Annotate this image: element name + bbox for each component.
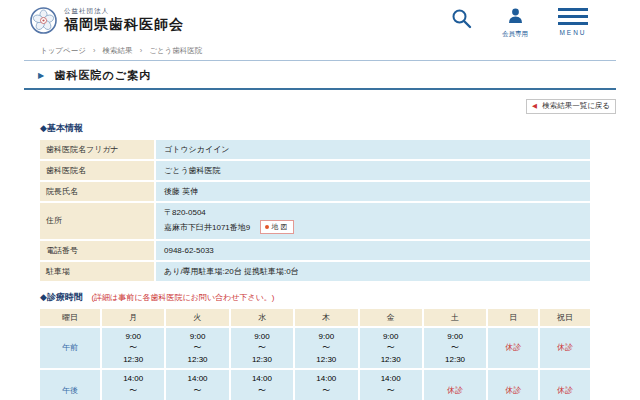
hours-pm-row: 午後 14:00〜19:00 14:00〜18:00 14:00〜19:00 1… [40, 370, 590, 400]
table-row: 歯科医院名フリガナ ゴトウシカイイン [40, 140, 590, 159]
hours-cell: 9:00〜12:30 [360, 328, 422, 369]
row-label: 住所 [40, 203, 154, 239]
hours-cell: 9:00〜12:30 [424, 328, 486, 369]
table-row: 駐車場 あり/専用駐車場:20台 提携駐車場:0台 [40, 262, 590, 281]
column-header: 水 [231, 309, 293, 326]
member-label: 会員専用 [502, 30, 528, 39]
hours-cell: 9:00〜12:30 [102, 328, 164, 369]
hours-cell-closed: 休診 [540, 370, 590, 400]
back-to-results-label: 検索結果一覧に戻る [542, 101, 610, 110]
hours-cell-closed: 休診 [424, 370, 486, 400]
hours-cell: 9:00〜12:30 [295, 328, 357, 369]
org-logo-icon [30, 7, 57, 34]
breadcrumb: トップページ › 検索結果 › ごとう歯科医院 [40, 46, 640, 56]
site-header: 公益社団法人 福岡県歯科医師会 会員専用 MENU [0, 0, 640, 44]
row-value: 0948-62-5033 [156, 241, 590, 260]
column-header: 月 [102, 309, 164, 326]
row-label: 駐車場 [40, 262, 154, 281]
org-type-label: 公益社団法人 [64, 7, 184, 16]
hours-cell: 14:00〜19:00 [231, 370, 293, 400]
column-header: 日 [488, 309, 538, 326]
table-row: 歯科医院名 ごとう歯科医院 [40, 161, 590, 180]
hours-cell-closed: 休診 [488, 328, 538, 369]
back-to-results-button[interactable]: ◀ 検索結果一覧に戻る [526, 99, 616, 114]
table-row: 院長氏名 後藤 英伸 [40, 182, 590, 201]
row-label: 午前 [40, 328, 100, 369]
column-header: 祝日 [540, 309, 590, 326]
basic-info-table: 歯科医院名フリガナ ゴトウシカイイン 歯科医院名 ごとう歯科医院 院長氏名 後藤… [38, 138, 592, 283]
column-header: 曜日 [40, 309, 100, 326]
title-arrow-icon: ▶ [38, 71, 44, 80]
page-title: 歯科医院のご案内 [55, 69, 152, 81]
map-button[interactable]: 地図 [260, 220, 294, 234]
column-header: 金 [360, 309, 422, 326]
postal-code: 〒820-0504 [164, 207, 582, 220]
hours-cell-closed: 休診 [540, 328, 590, 369]
row-label: 歯科医院名フリガナ [40, 140, 154, 159]
table-row-address: 住所 〒820-0504 嘉麻市下臼井1071番地9 地図 [40, 203, 590, 239]
row-value: 後藤 英伸 [156, 182, 590, 201]
hours-cell: 9:00〜12:30 [166, 328, 228, 369]
breadcrumb-separator: › [140, 46, 143, 55]
hours-note: (詳細は事前に各歯科医院にお問い合わせ下さい。) [91, 293, 274, 302]
org-name: 福岡県歯科医師会 [64, 16, 184, 34]
map-button-label: 地図 [271, 223, 289, 230]
hours-cell: 14:00〜19:00 [102, 370, 164, 400]
row-value: ゴトウシカイイン [156, 140, 590, 159]
table-row: 電話番号 0948-62-5033 [40, 241, 590, 260]
breadcrumb-separator: › [93, 46, 96, 55]
hours-cell: 14:00〜19:00 [360, 370, 422, 400]
hours-heading: ◆診療時間 [40, 292, 83, 302]
back-arrow-icon: ◀ [532, 102, 537, 109]
map-pin-icon [265, 225, 269, 229]
row-label: 歯科医院名 [40, 161, 154, 180]
row-label: 午後 [40, 370, 100, 400]
row-label: 院長氏名 [40, 182, 154, 201]
search-icon [451, 15, 472, 32]
breadcrumb-home[interactable]: トップページ [40, 46, 86, 55]
breadcrumb-search-results[interactable]: 検索結果 [103, 46, 133, 55]
row-label: 電話番号 [40, 241, 154, 260]
hamburger-icon [558, 8, 588, 25]
hours-cell: 9:00〜12:30 [231, 328, 293, 369]
menu-label: MENU [558, 29, 588, 36]
hours-am-row: 午前 9:00〜12:30 9:00〜12:30 9:00〜12:30 9:00… [40, 328, 590, 369]
street-address: 嘉麻市下臼井1071番地9 [164, 223, 250, 232]
row-value: ごとう歯科医院 [156, 161, 590, 180]
column-header: 木 [295, 309, 357, 326]
hours-cell-closed: 休診 [488, 370, 538, 400]
page-title-bar: ▶ 歯科医院のご案内 [24, 60, 616, 90]
menu-button[interactable]: MENU [558, 8, 588, 36]
hours-cell: 14:00〜18:00 [295, 370, 357, 400]
hours-header-row: 曜日 月 火 水 木 金 土 日 祝日 [40, 309, 590, 326]
person-icon [508, 10, 523, 27]
basic-info-heading: ◆基本情報 [40, 122, 640, 135]
breadcrumb-current: ごとう歯科医院 [149, 46, 202, 55]
search-button[interactable] [451, 8, 472, 33]
column-header: 火 [166, 309, 228, 326]
row-value: あり/専用駐車場:20台 提携駐車場:0台 [156, 262, 590, 281]
member-button[interactable]: 会員専用 [502, 8, 528, 39]
hours-cell: 14:00〜18:00 [166, 370, 228, 400]
column-header: 土 [424, 309, 486, 326]
hours-table: 曜日 月 火 水 木 金 土 日 祝日 午前 9:00〜12:30 9:00〜1… [38, 307, 592, 400]
